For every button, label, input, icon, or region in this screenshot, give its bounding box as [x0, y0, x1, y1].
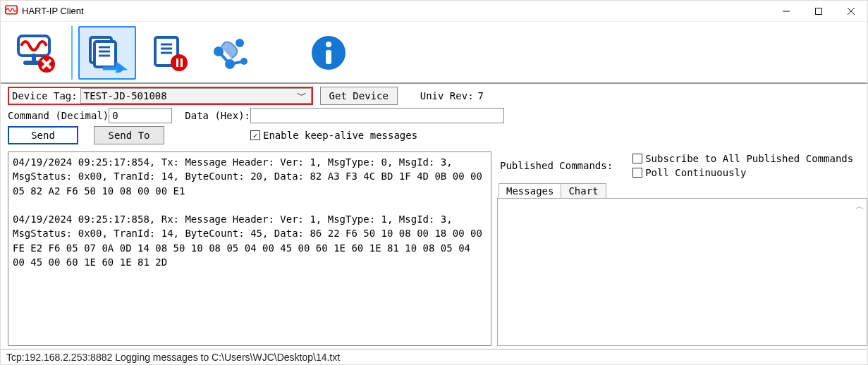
device-tag-select[interactable]: TEST-JD-501008 ﹀	[80, 88, 312, 104]
device-tag-group: Device Tag: TEST-JD-501008 ﹀	[8, 87, 313, 105]
toolbar-pause-log-button[interactable]	[140, 26, 198, 80]
title-bar: HART-IP Client	[1, 1, 867, 22]
svg-rect-2	[816, 8, 822, 14]
data-hex-label: Data (Hex):	[185, 110, 250, 121]
log-textarea[interactable]: 04/19/2024 09:25:17:854, Tx: Message Hea…	[8, 151, 491, 346]
svg-point-16	[171, 54, 188, 71]
close-button[interactable]	[835, 1, 867, 22]
data-hex-input[interactable]	[250, 108, 504, 123]
svg-point-20	[236, 39, 244, 47]
checkbox-icon	[632, 168, 642, 178]
command-label: Command (Decimal)	[8, 110, 109, 121]
tab-messages[interactable]: Messages	[499, 183, 561, 199]
univ-rev-value: 7	[478, 90, 484, 101]
send-button[interactable]: Send	[8, 126, 78, 144]
get-device-button[interactable]: Get Device	[320, 87, 398, 105]
device-tag-value: TEST-JD-501008	[84, 90, 295, 101]
svg-rect-18	[181, 58, 183, 67]
toolbar	[1, 22, 867, 84]
toolbar-info-button[interactable]	[300, 26, 357, 80]
app-icon	[5, 5, 18, 17]
command-input[interactable]	[109, 108, 172, 123]
scroll-up-icon[interactable]: ︿	[855, 200, 865, 210]
published-header: Published Commands:	[500, 160, 613, 171]
poll-continuously-label: Poll Continuously	[645, 167, 746, 178]
toolbar-network-button[interactable]	[202, 26, 260, 80]
log-entry: 04/19/2024 09:25:17:858, Rx: Message Hea…	[13, 214, 488, 268]
status-text: Tcp:192.168.2.253:8882 Logging messages …	[6, 352, 340, 363]
checkbox-icon	[632, 154, 642, 163]
svg-rect-17	[176, 58, 178, 67]
checkbox-icon: ✓	[250, 130, 260, 140]
svg-rect-5	[18, 36, 49, 56]
log-entry: 04/19/2024 09:25:17:854, Tx: Message Hea…	[13, 156, 488, 197]
minimize-button[interactable]	[770, 1, 802, 22]
enable-keepalive-checkbox[interactable]: ✓ Enable keep-alive messages	[250, 130, 417, 141]
toolbar-disconnect-button[interactable]	[8, 26, 66, 80]
send-to-button[interactable]: Send To	[94, 126, 164, 144]
main-area: 04/19/2024 09:25:17:854, Tx: Message Hea…	[1, 149, 867, 349]
subscribe-all-checkbox[interactable]: Subscribe to All Published Commands	[632, 153, 853, 164]
svg-rect-27	[326, 50, 331, 64]
svg-point-26	[326, 42, 331, 47]
maximize-button[interactable]	[802, 1, 835, 22]
poll-continuously-checkbox[interactable]: Poll Continuously	[632, 167, 853, 178]
form-area: Device Tag: TEST-JD-501008 ﹀ Get Device …	[1, 84, 867, 149]
enable-keepalive-label: Enable keep-alive messages	[263, 130, 417, 141]
subscribe-all-label: Subscribe to All Published Commands	[645, 153, 853, 164]
toolbar-separator	[71, 26, 73, 80]
tab-chart[interactable]: Chart	[561, 183, 606, 199]
device-tag-label: Device Tag:	[9, 90, 80, 101]
window-title: HART-IP Client	[22, 6, 84, 16]
published-panel: Published Commands: Subscribe to All Pub…	[497, 151, 867, 346]
toolbar-export-button[interactable]	[78, 26, 136, 80]
published-content[interactable]: ︿	[497, 198, 867, 346]
svg-rect-8	[94, 42, 116, 67]
status-bar: Tcp:192.168.2.253:8882 Logging messages …	[1, 349, 867, 364]
published-tabs: Messages Chart	[499, 182, 867, 199]
chevron-down-icon: ﹀	[295, 89, 308, 102]
univ-rev-label: Univ Rev:	[420, 90, 474, 101]
